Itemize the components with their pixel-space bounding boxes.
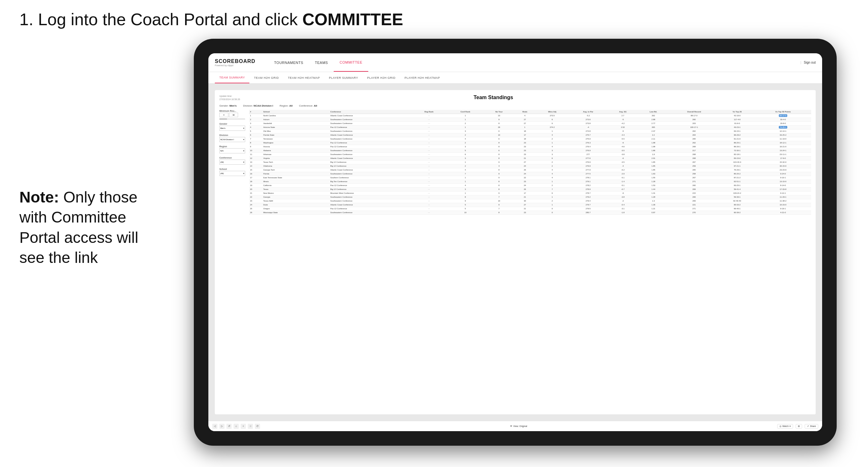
cell-conference: Big 12 Conference	[330, 187, 411, 191]
cell-avg-sg: -5.1	[608, 183, 638, 187]
cell-rnds: 23	[514, 152, 536, 156]
cell-wins: 4	[536, 168, 568, 172]
note-section: Note: Only those with Committee Portal a…	[20, 187, 155, 268]
cell-avg-par: 280.7	[568, 211, 608, 214]
sub-nav-team-h2h-heatmap[interactable]: TEAM H2H HEATMAP	[283, 72, 324, 83]
cell-reg-rank: —	[411, 203, 447, 207]
cell-conference: Southeastern Conference	[330, 137, 411, 141]
cell-rank: 23	[249, 199, 262, 203]
school-select[interactable]: (All) ▾	[219, 171, 245, 176]
cell-wins: 274.2	[536, 125, 568, 129]
cell-school: Georgia	[262, 195, 330, 199]
cell-avg-par: 273.6	[568, 118, 608, 121]
max-rounds-input[interactable]	[229, 113, 238, 117]
cell-overall: 268	[669, 156, 719, 160]
cell-vs-top50: 10-23-0	[755, 203, 811, 207]
cell-vs-top50: 11-29-1	[755, 195, 811, 199]
cell-wins: 4	[536, 145, 568, 149]
cell-wins: 0	[536, 211, 568, 214]
cell-no-tour: 8	[484, 156, 514, 160]
sub-nav-team-h2h-grid[interactable]: TEAM H2H GRID	[249, 72, 283, 83]
cell-reg-rank: —	[411, 156, 447, 160]
table-row: 12VirginiaAtlantic Coast Conference—3821…	[249, 156, 811, 160]
min-rounds-input[interactable]	[219, 113, 228, 117]
cell-avg-par: 274.8	[568, 129, 608, 133]
bottom-toolbar: ◁ ▷ ↺ ⌂ + ☆ ⏱ 👁 View: Original ◎ Watch ▾…	[208, 421, 822, 431]
cell-wins: 2	[536, 164, 568, 168]
cell-conf-rank: 3	[446, 145, 484, 149]
cell-conf-rank: 2	[446, 121, 484, 125]
cell-wins: 2	[536, 183, 568, 187]
cell-vs-top50: 9-12-1	[755, 191, 811, 195]
cell-avg-par: 276.4	[568, 145, 608, 149]
school-group: School (All) ▾	[219, 168, 245, 176]
cell-rnds: 23	[514, 149, 536, 152]
cell-conf-rank: 7	[446, 172, 484, 176]
division-select[interactable]: NCAA Division I ▾	[219, 137, 245, 142]
slider-track	[219, 119, 245, 120]
toolbar-reload-icon[interactable]: ↺	[226, 424, 231, 429]
toolbar-back-icon[interactable]: ◁	[212, 424, 217, 429]
toolbar-bookmark-icon[interactable]: ☆	[248, 424, 253, 429]
cell-reg-rank: —	[411, 141, 447, 145]
cell-reg-rank: —	[411, 145, 447, 149]
table-row: 24DukeAtlantic Coast Conference—59271279…	[249, 203, 811, 207]
table-row: 14OklahomaBig 12 Conference—24242276.9-4…	[249, 164, 811, 168]
region-select[interactable]: N/A ▾	[219, 148, 245, 153]
cell-low-rd: 2.11	[638, 137, 669, 141]
sub-nav-player-summary[interactable]: PLAYER SUMMARY	[324, 72, 363, 83]
cell-vs-top25: 97-21-1	[719, 164, 755, 168]
cell-conference: Atlantic Coast Conference	[330, 114, 411, 118]
cell-vs-top25: 90-33-2	[719, 203, 755, 207]
cell-overall: 271	[669, 207, 719, 211]
table-row: 25OregonPac-12 Conference—57210279.5-3.1…	[249, 207, 811, 211]
table-row: 11ArkansasSoutheastern Conference—682332…	[249, 152, 811, 156]
cell-rnds: 23	[514, 141, 536, 145]
cell-avg-sg: -2.9	[608, 172, 638, 176]
cell-vs-top50: 18-12-1	[755, 141, 811, 145]
slider-fill	[219, 119, 227, 120]
cell-no-tour: 7	[484, 207, 514, 211]
cell-rank: 2	[249, 118, 262, 121]
col-conference: Conference	[330, 110, 411, 114]
toolbar-clock-icon[interactable]: ⏱	[255, 424, 260, 429]
cell-low-rd: 262	[638, 114, 669, 118]
cell-low-rd: 2.37	[638, 129, 669, 133]
cell-wins: 1	[536, 129, 568, 133]
table-row: 4Arizona StatePac-12 Conference—1261274.…	[249, 125, 811, 129]
sub-nav-player-h2h-grid[interactable]: PLAYER H2H GRID	[363, 72, 400, 83]
sub-nav-player-h2h-heatmap[interactable]: PLAYER H2H HEATMAP	[400, 72, 444, 83]
gender-select[interactable]: Men's ▾	[219, 126, 245, 131]
cell-rank: 26	[249, 211, 262, 214]
nav-committee[interactable]: COMMITTEE	[334, 53, 368, 72]
cell-conf-rank: 1	[446, 180, 484, 183]
cell-rank: 7	[249, 137, 262, 141]
cell-conf-rank: 4	[446, 168, 484, 172]
toolbar-forward-icon[interactable]: ▷	[219, 424, 224, 429]
toolbar-add-icon[interactable]: +	[241, 424, 246, 429]
cell-avg-par: 275.9	[568, 137, 608, 141]
cell-avg-sg: -4.2	[608, 121, 638, 125]
cell-overall: 100-17-1	[669, 125, 719, 129]
nav-tournaments[interactable]: TOURNAMENTS	[269, 53, 309, 72]
cell-rnds: 18	[514, 137, 536, 141]
cell-school: Duke	[262, 203, 330, 207]
cell-vs-top25: 72-30-1	[719, 149, 755, 152]
cell-rank: 17	[249, 176, 262, 180]
cell-low-rd: 1.21	[638, 207, 669, 211]
cell-vs-top25: 91-6-0	[719, 121, 755, 125]
conference-select[interactable]: (All) ▾	[219, 160, 245, 165]
nav-teams[interactable]: TEAMS	[309, 53, 334, 72]
share-btn[interactable]: ↗ Share	[805, 424, 818, 429]
toolbar-home-icon[interactable]: ⌂	[234, 424, 239, 429]
watch-btn[interactable]: ◎ Watch ▾	[777, 424, 794, 429]
table-row: 6Florida StateAtlantic Coast Conference—…	[249, 133, 811, 137]
view-original-btn[interactable]: 👁 View: Original	[510, 425, 527, 427]
sign-out-link[interactable]: Sign out	[804, 61, 816, 64]
cell-avg-sg: -4.4	[608, 133, 638, 137]
cell-vs-top50: 63-17-0	[755, 114, 811, 118]
layout-btn[interactable]: ⊞	[796, 424, 802, 429]
sub-nav-team-summary[interactable]: TEAM SUMMARY	[215, 72, 249, 83]
cell-rnds: 27	[514, 118, 536, 121]
table-row: 1North CarolinaAtlantic Coast Conference…	[249, 114, 811, 118]
